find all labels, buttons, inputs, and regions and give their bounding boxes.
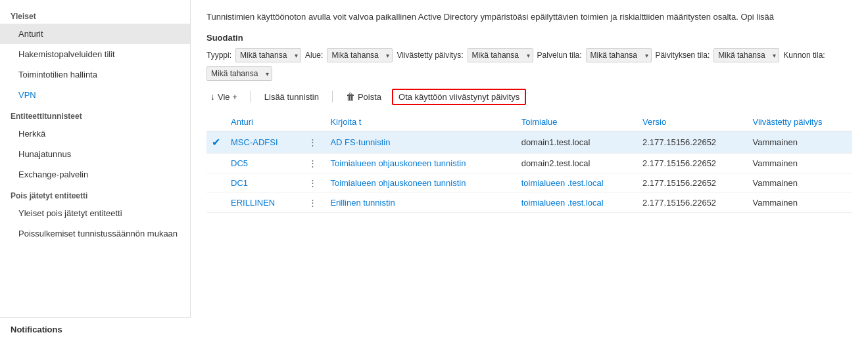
row-name-0: MSC-ADFSI: [226, 131, 301, 153]
sidebar-item-herkka[interactable]: Herkkä: [0, 124, 190, 144]
col-menu-spacer: [301, 113, 325, 131]
row-menu-2[interactable]: ⋮: [301, 173, 325, 193]
enable-delayed-update-button[interactable]: Ota käyttöön viivästynyt päivitys: [392, 89, 526, 105]
row-delayed-0: Vammainen: [747, 131, 852, 153]
info-bar: Tunnistimien käyttöönoton avulla voit va…: [206, 11, 852, 24]
sensor-name-link-2[interactable]: DC1: [231, 178, 248, 188]
row-name-3: ERILLINEN: [226, 193, 301, 212]
row-version-0: 2.177.15156.22652: [637, 131, 747, 153]
row-version-2: 2.177.15156.22652: [637, 173, 747, 193]
row-check-3[interactable]: [206, 193, 226, 212]
sensor-name-link-0[interactable]: MSC-ADFSI: [231, 137, 278, 147]
col-check: [206, 113, 226, 131]
row-context-menu-icon[interactable]: ⋮: [306, 137, 320, 147]
row-context-menu-icon[interactable]: ⋮: [306, 178, 320, 188]
export-button[interactable]: ↓ Vie +: [206, 89, 241, 104]
row-type-2: Toimialueen ohjauskoneen tunnistin: [325, 173, 516, 193]
row-type-1: Toimialueen ohjauskoneen tunnistin: [325, 153, 516, 173]
sidebar-section-yleiset: Yleiset: [0, 5, 190, 24]
sensor-type-link-1[interactable]: Toimialueen ohjauskoneen tunnistin: [330, 158, 466, 168]
row-delayed-1: Vammainen: [747, 153, 852, 173]
row-domain-0: domain1.test.local: [516, 131, 637, 153]
filter-select-wrap-1: Mikä tahansa: [327, 48, 393, 62]
sidebar-item-vpn[interactable]: VPN: [0, 85, 190, 105]
sensor-type-link-3[interactable]: Erillinen tunnistin: [330, 198, 395, 208]
separator: [251, 91, 251, 102]
filter-row: Tyyppi:Mikä tahansaAlue:Mikä tahansaViiv…: [206, 48, 852, 81]
row-menu-0[interactable]: ⋮: [301, 131, 325, 153]
table-row[interactable]: DC5⋮Toimialueen ohjauskoneen tunnistindo…: [206, 153, 852, 173]
delete-icon: 🗑: [346, 91, 355, 102]
row-delayed-3: Vammainen: [747, 193, 852, 212]
filter-select-wrap-5: Mikä tahansa: [206, 66, 272, 81]
sensor-name-link-1[interactable]: DC5: [231, 158, 248, 168]
sidebar-item-poissulkemiset[interactable]: Poissulkemiset tunnistussäännön mukaan: [0, 223, 190, 244]
filter-select-wrap-0: Mikä tahansa: [235, 48, 301, 62]
row-check-1[interactable]: [206, 153, 226, 173]
col-version: Versio: [637, 113, 747, 131]
col-delayed: Viivästetty päivitys: [747, 113, 852, 131]
filter-dropdown-5[interactable]: Mikä tahansa: [206, 66, 272, 81]
col-name: Anturi: [226, 113, 301, 131]
row-name-1: DC5: [226, 153, 301, 173]
domain-link-3[interactable]: toimialueen .test.local: [521, 198, 604, 208]
table-header: Anturi Kirjoita t Toimialue Versio Viivä…: [206, 113, 852, 131]
col-domain: Toimialue: [516, 113, 637, 131]
sidebar-section-pois-jätetyt-entiteetti: Pois jätetyt entiteetti: [0, 185, 190, 203]
row-version-3: 2.177.15156.22652: [637, 193, 747, 212]
row-version-1: 2.177.15156.22652: [637, 153, 747, 173]
row-domain-2: toimialueen .test.local: [516, 173, 637, 193]
filter-select-wrap-4: Mikä tahansa: [713, 48, 779, 62]
row-delayed-2: Vammainen: [747, 173, 852, 193]
notifications-label[interactable]: Notifications: [0, 317, 191, 341]
sensor-name-link-3[interactable]: ERILLINEN: [231, 198, 275, 208]
sidebar-item-yleiset-pois-jatetyentiteetti[interactable]: Yleiset pois jätetyt entiteetti: [0, 203, 190, 223]
filter-label-5: Kunnon tila:: [783, 51, 825, 60]
export-icon: ↓: [210, 91, 215, 102]
row-check-2[interactable]: [206, 173, 226, 193]
table-body: ✔MSC-ADFSI⋮AD FS-tunnistindomain1.test.l…: [206, 131, 852, 212]
filter-label-3: Palvelun tila:: [537, 51, 582, 60]
sidebar-item-hakemistopalveluiden-tilit[interactable]: Hakemistopalveluiden tilit: [0, 44, 190, 64]
filter-label-1: Alue:: [305, 51, 323, 60]
filter-dropdown-0[interactable]: Mikä tahansa: [235, 48, 301, 62]
delete-button[interactable]: 🗑 Poista: [342, 89, 385, 104]
col-type: Kirjoita t: [325, 113, 516, 131]
sensor-type-link-2[interactable]: Toimialueen ohjauskoneen tunnistin: [330, 178, 466, 188]
filter-section-label: Suodatin: [206, 33, 852, 43]
table-row[interactable]: ERILLINEN⋮Erillinen tunnistintoimialueen…: [206, 193, 852, 212]
row-check-0[interactable]: ✔: [206, 131, 226, 153]
sidebar-section-entiteettitunnisteet: Entiteettitunnisteet: [0, 105, 190, 124]
filter-label-0: Tyyppi:: [206, 51, 231, 60]
add-sensor-button[interactable]: Lisää tunnistin: [260, 89, 323, 104]
sensor-type-link-0[interactable]: AD FS-tunnistin: [330, 137, 390, 147]
filter-dropdown-2[interactable]: Mikä tahansa: [468, 48, 533, 62]
row-type-0: AD FS-tunnistin: [325, 131, 516, 153]
row-menu-1[interactable]: ⋮: [301, 153, 325, 173]
row-type-3: Erillinen tunnistin: [325, 193, 516, 212]
filter-label-2: Viivästetty päivitys:: [397, 51, 463, 60]
table-row[interactable]: DC1⋮Toimialueen ohjauskoneen tunnistinto…: [206, 173, 852, 193]
filter-label-4: Päivityksen tila:: [656, 51, 710, 60]
sensors-table: Anturi Kirjoita t Toimialue Versio Viivä…: [206, 113, 852, 213]
filter-select-wrap-3: Mikä tahansa: [586, 48, 652, 62]
sidebar-item-toimintotilien-hallinta[interactable]: Toimintotilien hallinta: [0, 64, 190, 85]
separator2: [332, 91, 333, 102]
row-domain-3: toimialueen .test.local: [516, 193, 637, 212]
row-context-menu-icon[interactable]: ⋮: [306, 158, 320, 168]
row-domain-1: domain2.test.local: [516, 153, 637, 173]
filter-select-wrap-2: Mikä tahansa: [468, 48, 533, 62]
row-menu-3[interactable]: ⋮: [301, 193, 325, 212]
row-name-2: DC1: [226, 173, 301, 193]
filter-dropdown-1[interactable]: Mikä tahansa: [327, 48, 393, 62]
check-icon: ✔: [212, 137, 220, 148]
toolbar: ↓ Vie + Lisää tunnistin 🗑 Poista Ota käy…: [206, 89, 852, 105]
domain-link-2[interactable]: toimialueen .test.local: [521, 178, 604, 188]
sidebar-item-hunajatunnus[interactable]: Hunajatunnus: [0, 144, 190, 164]
sidebar-item-anturit[interactable]: Anturit: [0, 24, 190, 44]
row-context-menu-icon[interactable]: ⋮: [306, 198, 320, 208]
sidebar-item-exchange-palvelin[interactable]: Exchange-palvelin: [0, 164, 190, 185]
table-row[interactable]: ✔MSC-ADFSI⋮AD FS-tunnistindomain1.test.l…: [206, 131, 852, 153]
filter-dropdown-3[interactable]: Mikä tahansa: [586, 48, 652, 62]
filter-dropdown-4[interactable]: Mikä tahansa: [713, 48, 779, 62]
